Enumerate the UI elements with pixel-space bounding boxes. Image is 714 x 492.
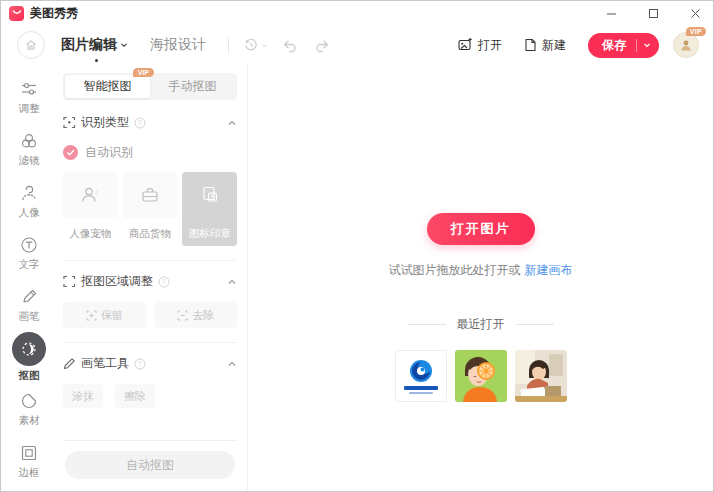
menu-image-edit[interactable]: 图片编辑 — [61, 36, 128, 54]
type-card-product[interactable]: 商品货物 — [123, 172, 178, 246]
divider — [408, 324, 446, 325]
sticker-icon — [19, 391, 39, 411]
remove-button-label: 去除 — [192, 308, 214, 323]
user-avatar[interactable]: VIP — [673, 32, 699, 58]
tab-label: 智能抠图 — [84, 78, 132, 95]
recent-file-2[interactable] — [455, 350, 507, 402]
svg-text:?: ? — [138, 119, 142, 126]
section-title: 识别类型 — [81, 114, 129, 131]
close-icon[interactable] — [687, 5, 703, 21]
sidebar-item-label: 人像 — [19, 206, 40, 220]
sidebar-item-cutout[interactable]: 抠图 — [1, 331, 57, 383]
redo-icon — [313, 38, 330, 53]
sidebar-item-label: 抠图 — [19, 369, 40, 383]
chevron-down-icon — [120, 41, 128, 49]
auto-detect-label: 自动识别 — [85, 144, 133, 161]
remove-region-button[interactable]: 去除 — [155, 302, 238, 328]
menu-poster-design-label: 海报设计 — [150, 36, 206, 54]
open-image-button[interactable]: 打开图片 — [427, 213, 535, 245]
sidebar-item-frame[interactable]: 边框 — [1, 435, 57, 487]
portrait-orange-slice-image — [455, 350, 507, 402]
frame-icon — [19, 443, 39, 463]
save-button[interactable]: 保存 — [588, 37, 636, 54]
type-card-label: 人像宠物 — [69, 227, 111, 239]
tab-manual-cutout[interactable]: 手动抠图 — [150, 75, 235, 98]
sidebar-item-brush[interactable]: 画笔 — [1, 279, 57, 331]
active-menu-indicator — [95, 59, 98, 62]
drop-hint: 试试图片拖放此处打开或新建画布 — [389, 262, 573, 279]
pencil-icon — [63, 357, 76, 370]
history-button[interactable] — [243, 37, 268, 53]
redo-button[interactable] — [313, 38, 330, 53]
tab-label: 手动抠图 — [169, 78, 217, 95]
svg-text:?: ? — [138, 360, 142, 367]
open-button[interactable]: 打开 — [458, 37, 502, 54]
chevron-up-icon[interactable] — [227, 277, 237, 287]
save-dropdown-button[interactable] — [637, 41, 659, 49]
type-card-label: 商品货物 — [129, 227, 171, 239]
sidebar-item-label: 素材 — [19, 414, 40, 428]
sidebar-item-filter[interactable]: 滤镜 — [1, 123, 57, 175]
smear-button[interactable]: 涂抹 — [63, 384, 103, 408]
filter-icon — [19, 131, 39, 151]
auto-detect-row[interactable]: 自动识别 — [63, 144, 237, 161]
menu-poster-design[interactable]: 海报设计 — [150, 36, 206, 54]
erase-button[interactable]: 擦除 — [115, 384, 155, 408]
recent-title: 最近打开 — [457, 316, 505, 333]
icon-stamp-icon — [182, 172, 237, 218]
logo-text-bar — [409, 392, 433, 394]
undo-button[interactable] — [282, 38, 299, 53]
sidebar-item-label: 画笔 — [19, 310, 40, 324]
type-card-label: 图标印章 — [189, 227, 231, 239]
recent-file-3[interactable] — [515, 350, 567, 402]
new-button[interactable]: 新建 — [524, 37, 566, 54]
crop-region-icon — [63, 275, 76, 288]
erase-button-label: 擦除 — [124, 389, 146, 404]
minimize-icon[interactable] — [603, 5, 619, 21]
new-canvas-link[interactable]: 新建画布 — [525, 263, 573, 277]
keep-icon — [86, 310, 97, 321]
portrait-icon — [19, 183, 39, 203]
type-card-portrait-pet[interactable]: 人像宠物 — [63, 172, 118, 246]
save-split-button[interactable]: 保存 — [588, 33, 659, 58]
toolbar-divider — [228, 37, 229, 53]
check-icon — [63, 145, 78, 160]
help-icon: ? — [158, 276, 170, 288]
recognize-section: 识别类型 ? 自动识别 人像宠物 — [63, 100, 237, 246]
cutout-panel: 智能抠图 VIP 手动抠图 识别类型 ? 自动识 — [57, 65, 247, 491]
keep-region-button[interactable]: 保留 — [63, 302, 146, 328]
product-bag-icon — [123, 172, 178, 218]
history-icon — [243, 37, 259, 53]
new-file-icon — [524, 38, 537, 52]
remove-icon — [177, 310, 188, 321]
drop-hint-text: 试试图片拖放此处打开或 — [389, 263, 521, 277]
brush-tools-section: 画笔工具 ? 涂抹 擦除 — [63, 342, 237, 408]
brush-icon — [19, 287, 39, 307]
sidebar-item-label: 滤镜 — [19, 154, 40, 168]
chevron-up-icon[interactable] — [227, 118, 237, 128]
auto-cutout-button[interactable]: 自动抠图 — [65, 451, 235, 479]
home-icon — [24, 38, 38, 52]
new-button-label: 新建 — [542, 37, 566, 54]
home-button[interactable] — [17, 31, 45, 59]
help-icon: ? — [134, 117, 146, 129]
sidebar-item-portrait[interactable]: 人像 — [1, 175, 57, 227]
recognize-type-options: 人像宠物 商品货物 图标印章 — [63, 172, 237, 246]
tab-smart-cutout[interactable]: 智能抠图 VIP — [65, 75, 150, 98]
chevron-up-icon[interactable] — [227, 359, 237, 369]
sidebar-item-text[interactable]: 文字 — [1, 227, 57, 279]
open-image-icon — [458, 38, 473, 52]
sidebar-item-adjust[interactable]: 调整 — [1, 71, 57, 123]
recent-header: 最近打开 — [408, 316, 554, 333]
chevron-down-icon — [643, 41, 651, 49]
type-card-icon-stamp[interactable]: 图标印章 — [182, 172, 237, 246]
scan-icon — [63, 116, 76, 129]
svg-text:?: ? — [162, 278, 166, 285]
menu-image-edit-label: 图片编辑 — [61, 36, 117, 54]
canvas-area[interactable]: 打开图片 试试图片拖放此处打开或新建画布 最近打开 — [247, 65, 713, 491]
recent-file-1[interactable] — [395, 350, 447, 402]
toolbar: 图片编辑 海报设计 打开 新建 保存 — [1, 25, 713, 65]
sidebar-item-sticker[interactable]: 素材 — [1, 383, 57, 435]
maximize-icon[interactable] — [645, 5, 661, 21]
titlebar: 美图秀秀 — [1, 1, 713, 25]
